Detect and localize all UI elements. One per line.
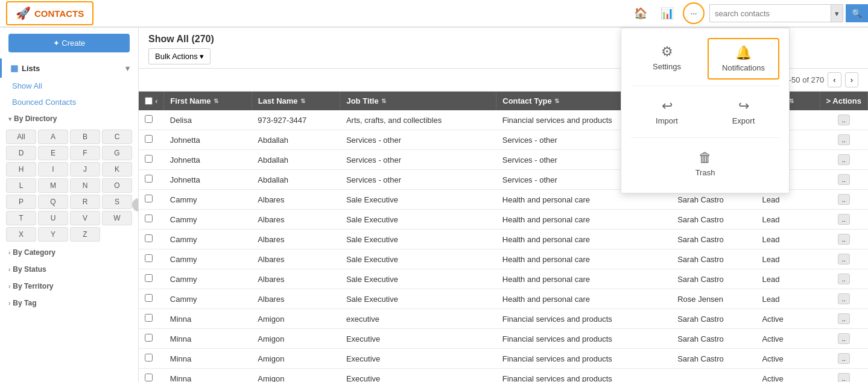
directory-btn-t[interactable]: T [6,211,36,225]
directory-btn-i[interactable]: I [38,162,68,177]
directory-btn-n[interactable]: N [70,178,100,193]
cell-assigned-to [671,369,756,383]
cell-first-name: Cammy [164,230,252,249]
row-action-button[interactable]: .. [838,293,850,304]
settings-menu-item[interactable]: ⚙ Settings [631,38,703,80]
row-checkbox[interactable] [145,214,153,222]
show-all-link[interactable]: Show All [0,78,138,94]
by-status-label: By Status [13,265,46,274]
directory-btn-b[interactable]: B [70,130,100,144]
row-action-button[interactable]: .. [838,254,850,265]
row-checkbox[interactable] [145,314,153,322]
row-checkbox[interactable] [145,274,153,282]
directory-btn-a[interactable]: A [38,130,68,144]
notifications-menu-item[interactable]: 🔔 Notifications [708,38,779,80]
directory-btn-r[interactable]: R [70,195,100,209]
home-icon[interactable]: 🏠 [630,2,651,24]
row-action-button[interactable]: .. [838,333,850,344]
cell-job-title: Services - other [340,150,496,170]
directory-btn-s[interactable]: S [102,195,132,209]
row-checkbox[interactable] [145,294,153,302]
cell-actions: .. [820,309,867,329]
row-action-button[interactable]: .. [838,353,850,364]
directory-btn-y[interactable]: Y [38,227,68,242]
row-action-button[interactable]: .. [838,134,850,145]
row-checkbox[interactable] [145,374,153,381]
th-prev-col-icon[interactable]: ‹ [155,96,157,105]
cell-actions: .. [820,269,867,289]
row-action-button[interactable]: .. [838,214,850,225]
directory-btn-h[interactable]: H [6,162,36,177]
row-checkbox[interactable] [145,234,153,242]
row-action-button[interactable]: .. [838,274,850,284]
directory-btn-p[interactable]: P [6,195,36,209]
directory-btn-o[interactable]: O [102,178,132,193]
th-job-title[interactable]: Job Title ⇅ [340,92,496,110]
directory-btn-j[interactable]: J [70,162,100,177]
by-territory-section[interactable]: › By Territory [0,278,138,295]
create-button[interactable]: ✦ Create [8,34,130,52]
table-row: Cammy Albares Sale Executive Health and … [139,289,868,309]
by-directory-section[interactable]: ▾ By Directory [0,110,138,127]
bulk-actions-button[interactable]: Bulk Actions ▾ [148,48,211,64]
directory-btn-g[interactable]: G [102,146,132,160]
row-checkbox[interactable] [145,135,153,143]
directory-btn-all[interactable]: All [6,130,36,144]
row-checkbox[interactable] [145,354,153,362]
by-status-section[interactable]: › By Status [0,261,138,278]
directory-btn-c[interactable]: C [102,130,132,144]
search-dropdown-button[interactable]: ▾ [831,5,843,22]
row-checkbox[interactable] [145,175,153,183]
dots-menu-icon[interactable]: ··· [683,2,705,24]
directory-btn-v[interactable]: V [70,211,100,225]
select-all-checkbox[interactable] [145,97,153,105]
trash-menu-item[interactable]: 🗑 Trash [689,144,721,183]
lists-header[interactable]: ▦ Lists ▾ [0,58,138,78]
cell-last-name: Abdallah [252,170,340,190]
row-checkbox[interactable] [145,334,153,342]
row-action-button[interactable]: .. [838,313,850,324]
row-action-button[interactable]: .. [838,373,850,382]
row-checkbox[interactable] [145,155,153,163]
cell-actions: .. [820,210,867,230]
cell-last-name: Abdallah [252,130,340,150]
row-checkbox-cell [139,289,164,309]
directory-btn-k[interactable]: K [102,162,132,177]
row-checkbox[interactable] [145,195,153,202]
row-action-button[interactable]: .. [838,194,850,205]
directory-btn-e[interactable]: E [38,146,68,160]
by-tag-section[interactable]: › By Tag [0,295,138,312]
directory-btn-l[interactable]: L [6,178,36,193]
cell-contact-type: Financial services and products [496,329,671,349]
directory-btn-m[interactable]: M [38,178,68,193]
directory-btn-d[interactable]: D [6,146,36,160]
row-checkbox[interactable] [145,254,153,262]
contacts-logo[interactable]: 🚀 CONTACTS [6,1,93,25]
directory-btn-z[interactable]: Z [70,227,100,242]
directory-btn-u[interactable]: U [38,211,68,225]
search-go-button[interactable]: 🔍 [846,4,868,22]
directory-btn-f[interactable]: F [70,146,100,160]
directory-btn-x[interactable]: X [6,227,36,242]
chart-icon[interactable]: 📊 [656,2,678,24]
th-last-name[interactable]: Last Name ⇅ [252,92,340,110]
cell-first-name: Cammy [164,269,252,289]
cell-actions: .. [820,369,867,383]
next-page-button[interactable]: › [845,72,858,87]
search-input[interactable] [710,5,831,22]
bounced-contacts-link[interactable]: Bounced Contacts [0,94,138,110]
row-action-button[interactable]: .. [838,114,850,125]
cell-assigned-to: Sarah Castro [671,309,756,329]
th-first-name[interactable]: First Name ⇅ [164,92,252,110]
prev-page-button[interactable]: ‹ [828,72,841,87]
directory-btn-q[interactable]: Q [38,195,68,209]
row-action-button[interactable]: .. [838,154,850,165]
row-checkbox[interactable] [145,115,153,123]
row-checkbox-cell [139,249,164,269]
row-action-button[interactable]: .. [838,174,850,185]
export-menu-item[interactable]: ↪ Export [708,92,779,131]
directory-btn-w[interactable]: W [102,211,132,225]
row-action-button[interactable]: .. [838,234,850,245]
import-menu-item[interactable]: ↩ Import [631,92,703,131]
by-category-section[interactable]: › By Category [0,244,138,261]
